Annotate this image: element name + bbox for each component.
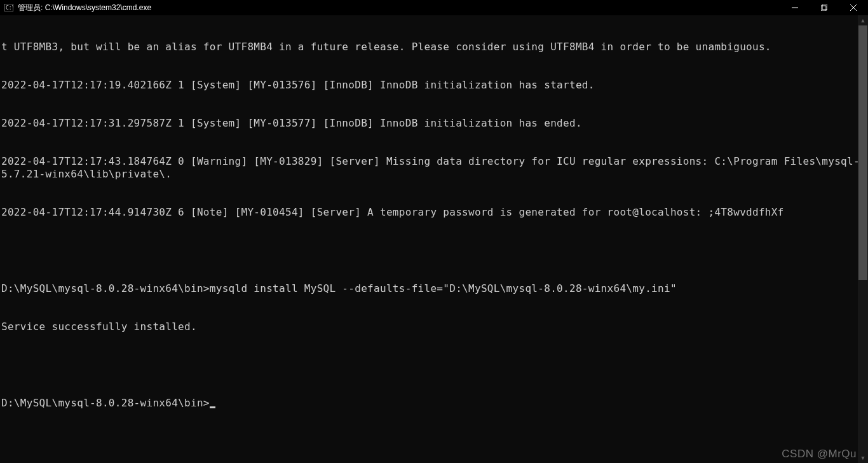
terminal-line: 2022-04-17T12:17:44.914730Z 6 [Note] [MY…: [1, 206, 867, 219]
svg-text:C:\: C:\: [6, 5, 13, 11]
terminal-prompt: D:\MySQL\mysql-8.0.28-winx64\bin>: [1, 397, 210, 409]
titlebar[interactable]: C:\ 管理员: C:\Windows\system32\cmd.exe: [0, 0, 868, 15]
scrollbar-down-arrow[interactable]: ▼: [858, 453, 868, 463]
scrollbar-up-arrow[interactable]: ▲: [858, 15, 868, 25]
terminal-area[interactable]: t UTF8MB3, but will be an alias for UTF8…: [0, 15, 868, 463]
cmd-icon: C:\: [4, 3, 14, 13]
svg-rect-4: [822, 4, 827, 10]
minimize-button[interactable]: [780, 0, 810, 15]
terminal-line: [1, 244, 867, 257]
terminal-prompt-line: D:\MySQL\mysql-8.0.28-winx64\bin>: [1, 397, 867, 410]
maximize-icon: [821, 4, 827, 11]
terminal-line: 2022-04-17T12:17:43.184764Z 0 [Warning] …: [1, 155, 867, 181]
terminal-line: 2022-04-17T12:17:31.297587Z 1 [System] […: [1, 117, 867, 130]
scrollbar[interactable]: ▲ ▼: [858, 15, 868, 463]
terminal-line: t UTF8MB3, but will be an alias for UTF8…: [1, 41, 867, 53]
terminal-content: t UTF8MB3, but will be an alias for UTF8…: [0, 15, 868, 435]
window-title: 管理员: C:\Windows\system32\cmd.exe: [18, 3, 780, 13]
minimize-icon: [792, 4, 798, 11]
close-icon: [850, 4, 857, 11]
cursor: [210, 406, 215, 408]
terminal-line: 2022-04-17T12:17:19.402166Z 1 [System] […: [1, 79, 867, 92]
scrollbar-track[interactable]: [858, 25, 868, 453]
terminal-line: D:\MySQL\mysql-8.0.28-winx64\bin>mysqld …: [1, 282, 867, 295]
close-button[interactable]: [839, 0, 868, 15]
terminal-line: Service successfully installed.: [1, 321, 867, 333]
watermark: CSDN @MrQu: [782, 448, 857, 460]
terminal-line: [1, 359, 867, 371]
maximize-button[interactable]: [810, 0, 839, 15]
svg-rect-3: [821, 6, 826, 11]
window-controls: [780, 0, 868, 15]
scrollbar-thumb[interactable]: [858, 25, 867, 280]
